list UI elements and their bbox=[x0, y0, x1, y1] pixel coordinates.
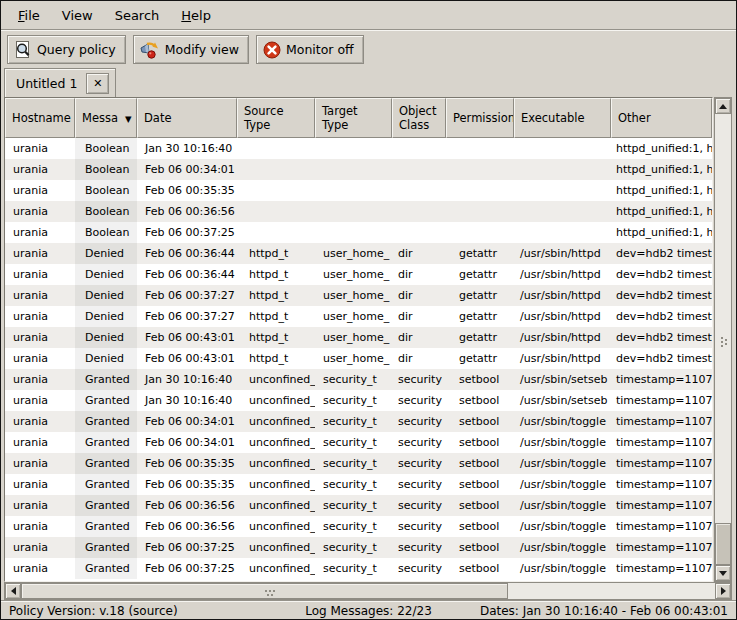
table-cell bbox=[315, 201, 392, 222]
column-header-label: Date bbox=[144, 111, 172, 125]
table-row[interactable]: uraniaBooleanJan 30 10:16:40httpd_unifie… bbox=[5, 138, 712, 159]
table-row[interactable]: uraniaDeniedFeb 06 00:37:27httpd_tuser_h… bbox=[5, 306, 712, 327]
tab-label: Untitled 1 bbox=[16, 76, 77, 91]
scroll-right-button[interactable] bbox=[715, 583, 731, 599]
table-cell: httpd_unified:1, h bbox=[611, 180, 712, 201]
table-row[interactable]: uraniaGrantedJan 30 10:16:40unconfined_s… bbox=[5, 369, 712, 390]
table-cell: security_t bbox=[315, 390, 392, 411]
table-cell: Feb 06 00:34:01 bbox=[137, 159, 237, 180]
column-header-hostname[interactable]: Hostname bbox=[5, 98, 75, 138]
table-row[interactable]: uraniaGrantedFeb 06 00:35:35unconfined_s… bbox=[5, 474, 712, 495]
table-cell: Granted bbox=[75, 495, 137, 516]
scrollbar-grip-dots bbox=[721, 337, 723, 339]
table-cell: unconfined_ bbox=[237, 537, 315, 558]
table-row[interactable]: uraniaGrantedFeb 06 00:37:25unconfined_s… bbox=[5, 537, 712, 558]
column-header-permission[interactable]: Permission bbox=[446, 98, 514, 138]
table-cell: setbool bbox=[446, 453, 514, 474]
table-row[interactable]: uraniaGrantedFeb 06 00:37:25unconfined_s… bbox=[5, 558, 712, 579]
modify-view-button[interactable]: Modify view bbox=[133, 35, 249, 64]
modify-view-icon bbox=[139, 40, 161, 60]
table-cell bbox=[446, 222, 514, 243]
table-row[interactable]: uraniaGrantedFeb 06 00:36:56unconfined_s… bbox=[5, 516, 712, 537]
close-icon: ✕ bbox=[93, 78, 102, 89]
column-header-executable[interactable]: Executable bbox=[514, 98, 611, 138]
column-header-messa[interactable]: Messa▼ bbox=[75, 98, 137, 138]
table-row[interactable]: uraniaDeniedFeb 06 00:36:44httpd_tuser_h… bbox=[5, 243, 712, 264]
table-header: HostnameMessa▼DateSource TypeTarget Type… bbox=[5, 98, 712, 138]
column-header-other[interactable]: Other bbox=[611, 98, 712, 138]
column-header-object-class[interactable]: Object Class bbox=[392, 98, 446, 138]
table-cell: /usr/sbin/toggle bbox=[514, 495, 611, 516]
table-cell: setbool bbox=[446, 411, 514, 432]
menu-search[interactable]: Search bbox=[104, 4, 171, 27]
table-cell: unconfined_ bbox=[237, 474, 315, 495]
table-cell: unconfined_ bbox=[237, 558, 315, 579]
table-row[interactable]: uraniaGrantedFeb 06 00:36:56unconfined_s… bbox=[5, 495, 712, 516]
table-cell: Feb 06 00:43:01 bbox=[137, 327, 237, 348]
log-view: HostnameMessa▼DateSource TypeTarget Type… bbox=[4, 97, 732, 582]
log-table: HostnameMessa▼DateSource TypeTarget Type… bbox=[4, 97, 713, 582]
table-row[interactable]: uraniaBooleanFeb 06 00:37:25httpd_unifie… bbox=[5, 222, 712, 243]
table-cell: timestamp=11076 bbox=[611, 474, 712, 495]
table-row[interactable]: uraniaDeniedFeb 06 00:36:44httpd_tuser_h… bbox=[5, 264, 712, 285]
menu-view[interactable]: View bbox=[51, 4, 104, 27]
table-cell: dir bbox=[392, 306, 446, 327]
table-cell: httpd_t bbox=[237, 285, 315, 306]
table-cell: timestamp=11076 bbox=[611, 558, 712, 579]
scroll-up-button[interactable] bbox=[715, 98, 731, 114]
table-cell: httpd_unified:1, h bbox=[611, 222, 712, 243]
table-cell: httpd_unified:1, h bbox=[611, 159, 712, 180]
menu-file[interactable]: File bbox=[7, 4, 51, 27]
table-cell: dir bbox=[392, 327, 446, 348]
table-cell bbox=[514, 222, 611, 243]
menu-help[interactable]: Help bbox=[170, 4, 222, 27]
table-row[interactable]: uraniaBooleanFeb 06 00:35:35httpd_unifie… bbox=[5, 180, 712, 201]
table-row[interactable]: uraniaDeniedFeb 06 00:43:01httpd_tuser_h… bbox=[5, 348, 712, 369]
table-cell: security bbox=[392, 390, 446, 411]
monitor-off-button[interactable]: Monitor off bbox=[256, 35, 364, 64]
tab-close-button[interactable]: ✕ bbox=[86, 73, 109, 94]
table-cell: Boolean bbox=[75, 222, 137, 243]
scroll-down-button[interactable] bbox=[715, 565, 731, 581]
table-cell: /usr/sbin/setseb bbox=[514, 369, 611, 390]
vertical-scrollbar-thumb[interactable] bbox=[715, 523, 731, 565]
table-cell bbox=[237, 159, 315, 180]
table-cell: timestamp=11076 bbox=[611, 495, 712, 516]
table-cell bbox=[446, 138, 514, 159]
arrow-left-icon bbox=[11, 587, 16, 595]
table-cell: dev=hdb2 timesta bbox=[611, 327, 712, 348]
table-cell: unconfined_ bbox=[237, 495, 315, 516]
table-cell: Feb 06 00:36:56 bbox=[137, 516, 237, 537]
column-header-target-type[interactable]: Target Type bbox=[315, 98, 392, 138]
query-policy-button[interactable]: Query policy bbox=[7, 35, 126, 64]
table-cell: dev=hdb2 timesta bbox=[611, 243, 712, 264]
table-cell: Granted bbox=[75, 474, 137, 495]
table-cell: urania bbox=[5, 348, 75, 369]
table-cell: setbool bbox=[446, 516, 514, 537]
vertical-scrollbar[interactable] bbox=[714, 97, 732, 582]
table-cell: Feb 06 00:34:01 bbox=[137, 411, 237, 432]
table-cell: httpd_t bbox=[237, 348, 315, 369]
horizontal-scrollbar-thumb[interactable] bbox=[21, 583, 508, 599]
horizontal-scrollbar[interactable] bbox=[4, 582, 732, 600]
table-cell: dev=hdb2 timesta bbox=[611, 306, 712, 327]
table-row[interactable]: uraniaGrantedFeb 06 00:35:35unconfined_s… bbox=[5, 453, 712, 474]
table-cell bbox=[237, 138, 315, 159]
table-row[interactable]: uraniaBooleanFeb 06 00:36:56httpd_unifie… bbox=[5, 201, 712, 222]
scroll-left-button[interactable] bbox=[5, 583, 21, 599]
table-row[interactable]: uraniaDeniedFeb 06 00:37:27httpd_tuser_h… bbox=[5, 285, 712, 306]
column-header-source-type[interactable]: Source Type bbox=[237, 98, 315, 138]
table-cell: timestamp=11071 bbox=[611, 369, 712, 390]
column-header-date[interactable]: Date bbox=[137, 98, 237, 138]
tab-untitled-1[interactable]: Untitled 1 ✕ bbox=[4, 68, 116, 97]
table-row[interactable]: uraniaBooleanFeb 06 00:34:01httpd_unifie… bbox=[5, 159, 712, 180]
table-cell bbox=[315, 180, 392, 201]
table-row[interactable]: uraniaGrantedFeb 06 00:34:01unconfined_s… bbox=[5, 411, 712, 432]
table-cell: setbool bbox=[446, 558, 514, 579]
table-row[interactable]: uraniaGrantedJan 30 10:16:40unconfined_s… bbox=[5, 390, 712, 411]
table-row[interactable]: uraniaGrantedFeb 06 00:34:01unconfined_s… bbox=[5, 432, 712, 453]
table-cell: Feb 06 00:36:56 bbox=[137, 201, 237, 222]
table-cell bbox=[237, 201, 315, 222]
table-cell: httpd_unified:1, h bbox=[611, 138, 712, 159]
table-row[interactable]: uraniaDeniedFeb 06 00:43:01httpd_tuser_h… bbox=[5, 327, 712, 348]
